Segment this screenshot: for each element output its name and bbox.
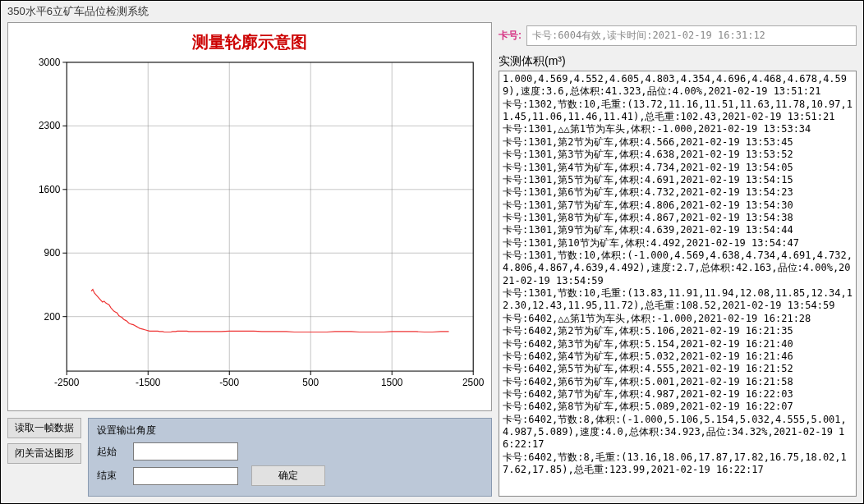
angle-output-panel: 设置输出角度 起始 结束 确定 [88, 418, 492, 497]
close-radar-button[interactable]: 闭关雷达图形 [7, 443, 81, 464]
svg-text:-500: -500 [219, 377, 239, 388]
svg-text:200: 200 [44, 311, 61, 323]
svg-text:2500: 2500 [462, 377, 485, 388]
window-title: 350水平6立矿车品位检测系统 [1, 1, 863, 22]
confirm-button[interactable]: 确定 [251, 465, 325, 486]
angle-end-label: 结束 [97, 469, 126, 483]
svg-text:2300: 2300 [39, 120, 61, 131]
card-number-value: 卡号:6004有效,读卡时间:2021-02-19 16:31:12 [526, 25, 857, 46]
chart-area: 测量轮廓示意图200900160023003000-2500-1500-5005… [7, 22, 492, 411]
svg-text:测量轮廓示意图: 测量轮廓示意图 [191, 33, 307, 51]
svg-text:1600: 1600 [39, 184, 61, 195]
angle-panel-title: 设置输出角度 [97, 424, 483, 438]
angle-end-input[interactable] [133, 467, 238, 485]
read-frame-button[interactable]: 读取一帧数据 [7, 418, 81, 438]
svg-text:900: 900 [44, 247, 61, 259]
angle-start-input[interactable] [133, 442, 238, 460]
svg-text:-2500: -2500 [54, 377, 80, 388]
svg-text:500: 500 [302, 377, 319, 388]
angle-start-label: 起始 [97, 445, 126, 459]
svg-text:-1500: -1500 [136, 377, 161, 388]
svg-rect-34 [67, 62, 473, 371]
measured-volume-label: 实测体积(m³) [499, 53, 857, 71]
svg-text:1500: 1500 [381, 377, 403, 388]
svg-text:3000: 3000 [39, 57, 61, 68]
card-number-label: 卡号: [499, 29, 522, 43]
measurement-log[interactable]: 1.000,4.569,4.552,4.605,4.803,4.354,4.69… [499, 71, 857, 497]
profile-chart: 测量轮廓示意图200900160023003000-2500-1500-5005… [10, 25, 489, 409]
